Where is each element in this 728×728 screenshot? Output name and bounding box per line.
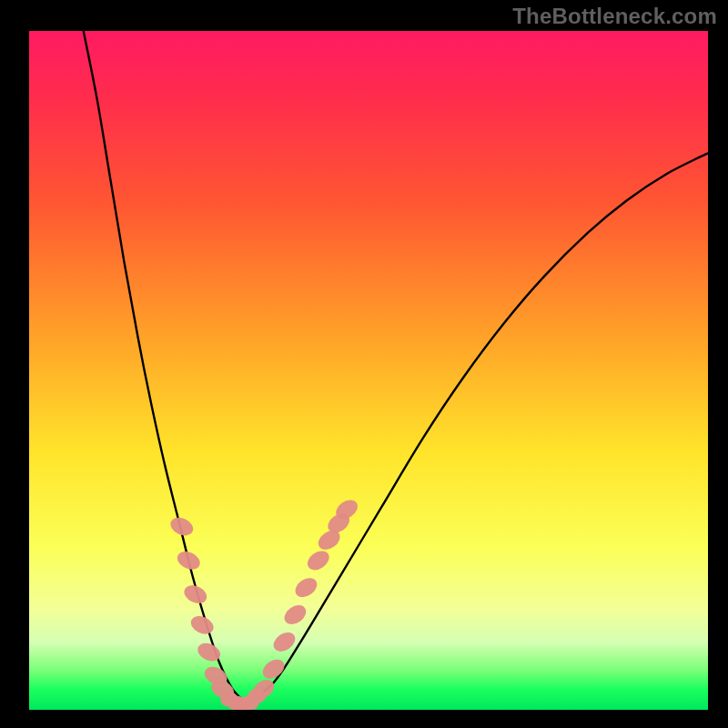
- watermark-label: TheBottleneck.com: [512, 4, 717, 29]
- balanced-markers: [167, 496, 361, 710]
- balanced-marker: [281, 602, 310, 629]
- curve-right: [247, 153, 708, 703]
- chart-svg: [29, 31, 708, 710]
- balanced-marker: [292, 574, 321, 602]
- balanced-marker: [304, 547, 333, 574]
- plot-area: [29, 31, 708, 710]
- balanced-marker: [175, 548, 203, 572]
- balanced-marker: [259, 655, 288, 682]
- balanced-marker: [188, 612, 217, 637]
- bottleneck-curve: [84, 31, 708, 703]
- curve-left: [84, 31, 247, 703]
- chart-frame: TheBottleneck.com: [0, 0, 728, 728]
